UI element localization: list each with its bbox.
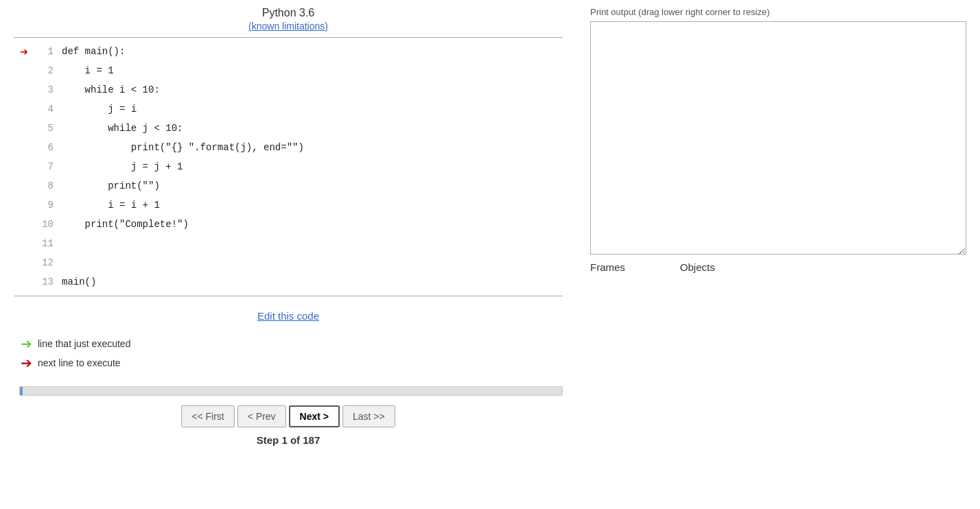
- line-arrow-cell: [14, 234, 34, 253]
- table-row: 10 print("Complete!"): [14, 215, 563, 234]
- prev-button[interactable]: < Prev: [237, 405, 286, 427]
- line-number-cell: 1: [34, 42, 62, 61]
- green-arrow-icon: ➔: [21, 335, 32, 352]
- line-number-cell: 12: [34, 253, 62, 272]
- line-code-cell: i = i + 1: [62, 196, 563, 215]
- line-number-cell: 6: [34, 138, 62, 157]
- line-code-cell: def main():: [62, 42, 563, 61]
- legend: ➔ line that just executed ➔ next line to…: [21, 335, 130, 374]
- table-row: 11: [14, 234, 563, 253]
- print-output-label: Print output (drag lower right corner to…: [590, 7, 966, 17]
- line-arrow-cell: [14, 80, 34, 99]
- line-number-cell: 9: [34, 196, 62, 215]
- line-code-cell: main(): [62, 272, 563, 292]
- progress-bar-inner: [20, 387, 23, 395]
- progress-bar-outer: [19, 386, 563, 396]
- left-panel: Python 3.6 (known limitations) ➔1def mai…: [0, 0, 576, 509]
- line-arrow-cell: [14, 61, 34, 80]
- code-table: ➔1def main():2 i = 13 while i < 10:4 j =…: [14, 42, 563, 292]
- line-code-cell: print(""): [62, 176, 563, 196]
- table-row: 4 j = i: [14, 99, 563, 119]
- line-number-cell: 2: [34, 61, 62, 80]
- last-button[interactable]: Last >>: [342, 405, 395, 427]
- line-number-cell: 4: [34, 99, 62, 119]
- first-button[interactable]: << First: [181, 405, 234, 427]
- legend-green-label: line that just executed: [38, 338, 130, 349]
- table-row: 6 print("{} ".format(j), end=""): [14, 138, 563, 157]
- line-code-cell: while j < 10:: [62, 119, 563, 138]
- table-row: 12: [14, 253, 563, 272]
- line-number-cell: 11: [34, 234, 62, 253]
- line-code-cell: j = j + 1: [62, 157, 563, 176]
- table-row: 2 i = 1: [14, 61, 563, 80]
- line-arrow-cell: [14, 119, 34, 138]
- line-arrow-cell: [14, 138, 34, 157]
- line-code-cell: while i < 10:: [62, 80, 563, 99]
- line-number-cell: 13: [34, 272, 62, 292]
- line-code-cell: [62, 234, 563, 253]
- table-row: 7 j = j + 1: [14, 157, 563, 176]
- line-arrow-cell: [14, 196, 34, 215]
- line-number-cell: 10: [34, 215, 62, 234]
- line-arrow-cell: [14, 215, 34, 234]
- table-row: 9 i = i + 1: [14, 196, 563, 215]
- table-row: 13main(): [14, 272, 563, 292]
- resize-corner-icon[interactable]: ⌟: [957, 246, 964, 252]
- line-arrow-cell: [14, 176, 34, 196]
- known-limitations-container: (known limitations): [248, 21, 328, 32]
- line-number-cell: 8: [34, 176, 62, 196]
- line-code-cell: [62, 253, 563, 272]
- table-row: 3 while i < 10:: [14, 80, 563, 99]
- right-panel: Print output (drag lower right corner to…: [576, 0, 980, 509]
- progress-bar-container: [14, 386, 563, 396]
- line-number-cell: 7: [34, 157, 62, 176]
- edit-link-container: Edit this code: [257, 310, 319, 322]
- step-label: Step 1 of 187: [257, 434, 320, 446]
- line-code-cell: print("Complete!"): [62, 215, 563, 234]
- line-code-cell: print("{} ".format(j), end=""): [62, 138, 563, 157]
- line-arrow-cell: ➔: [14, 42, 34, 61]
- python-title: Python 3.6: [262, 7, 315, 19]
- line-number-cell: 3: [34, 80, 62, 99]
- nav-buttons: << First < Prev Next > Last >>: [181, 405, 395, 427]
- edit-code-link[interactable]: Edit this code: [257, 310, 319, 322]
- known-limitations-link[interactable]: (known limitations): [248, 21, 328, 32]
- line-arrow-cell: [14, 157, 34, 176]
- line-arrow-cell: [14, 272, 34, 292]
- table-row: 8 print(""): [14, 176, 563, 196]
- print-output-box[interactable]: ⌟: [590, 21, 966, 254]
- frames-objects-container: Frames Objects: [590, 261, 966, 273]
- frames-label: Frames: [590, 261, 625, 273]
- legend-green-item: ➔ line that just executed: [21, 335, 130, 352]
- line-arrow-cell: [14, 253, 34, 272]
- line-code-cell: i = 1: [62, 61, 563, 80]
- objects-label: Objects: [680, 261, 715, 273]
- table-row: ➔1def main():: [14, 42, 563, 61]
- next-button[interactable]: Next >: [289, 405, 340, 427]
- line-arrow-cell: [14, 99, 34, 119]
- legend-red-item: ➔ next line to execute: [21, 355, 130, 371]
- red-arrow-icon: ➔: [21, 355, 32, 371]
- table-row: 5 while j < 10:: [14, 119, 563, 138]
- current-line-arrow-icon: ➔: [20, 45, 28, 60]
- code-container: ➔1def main():2 i = 13 while i < 10:4 j =…: [14, 37, 563, 296]
- legend-red-label: next line to execute: [38, 357, 121, 368]
- line-code-cell: j = i: [62, 99, 563, 119]
- line-number-cell: 5: [34, 119, 62, 138]
